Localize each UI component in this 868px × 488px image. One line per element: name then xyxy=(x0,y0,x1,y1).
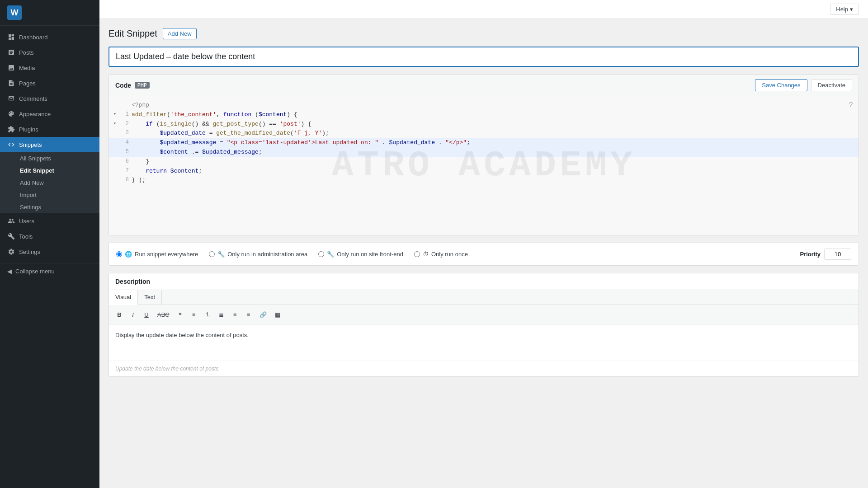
description-header: Description xyxy=(109,273,859,290)
run-frontend-radio[interactable] xyxy=(318,251,324,257)
code-actions: Save Changes Deactivate xyxy=(755,79,852,91)
run-everywhere-radio[interactable] xyxy=(116,251,122,257)
description-hint-text: Update the date below the content of pos… xyxy=(115,366,852,372)
sidebar-item-label: Posts xyxy=(19,49,34,56)
code-content-6: } xyxy=(132,157,854,167)
sidebar-item-appearance[interactable]: Appearance xyxy=(0,106,99,122)
description-content: Display the update date below the conten… xyxy=(109,324,859,361)
table-button[interactable]: ▦ xyxy=(272,310,283,320)
description-section: Description Visual Text B I U ABC ❝ ≡ ⒈ … xyxy=(108,273,859,377)
save-changes-button[interactable]: Save Changes xyxy=(755,79,807,91)
italic-button[interactable]: I xyxy=(127,310,139,320)
code-text: Code xyxy=(115,82,131,89)
tab-visual[interactable]: Visual xyxy=(109,290,138,305)
sidebar-item-label: Dashboard xyxy=(19,34,48,41)
sidebar-item-dashboard[interactable]: Dashboard xyxy=(0,29,99,45)
priority-label: Priority xyxy=(800,251,821,258)
priority-input[interactable] xyxy=(824,249,851,260)
sidebar-item-tools[interactable]: Tools xyxy=(0,229,99,244)
sidebar-item-label: Appearance xyxy=(19,111,51,117)
sidebar-item-label: Tools xyxy=(19,233,33,240)
sidebar-item-label: Snippets xyxy=(19,141,42,148)
sidebar-item-plugins[interactable]: Plugins xyxy=(0,122,99,137)
help-button[interactable]: Help ▾ xyxy=(830,4,859,15)
ordered-list-button[interactable]: ⒈ xyxy=(202,309,214,320)
run-options: 🌐 Run snippet everywhere 🔧 Only run in a… xyxy=(108,243,859,266)
run-once-label: Only run once xyxy=(431,251,468,258)
sidebar-item-settings[interactable]: Settings xyxy=(0,244,99,259)
sidebar-sub-settings[interactable]: Settings xyxy=(0,201,99,213)
snippet-title-input[interactable] xyxy=(108,47,859,67)
blockquote-button[interactable]: ❝ xyxy=(175,310,186,320)
sidebar-item-posts[interactable]: Posts xyxy=(0,45,99,60)
posts-icon xyxy=(7,48,15,56)
code-line-4: 4 $updated_message = "<p class='last-upd… xyxy=(109,138,859,148)
sidebar-sub-edit-snippet[interactable]: Edit Snippet xyxy=(0,164,99,177)
tab-text[interactable]: Text xyxy=(138,290,162,305)
code-header: Code PHP Save Changes Deactivate xyxy=(109,75,859,96)
add-new-button[interactable]: Add New xyxy=(163,28,197,39)
run-admin-label: Only run in administration area xyxy=(227,251,307,258)
code-content-5: $content .= $updated_message; xyxy=(132,148,854,157)
code-line-8: 8 } ); xyxy=(109,176,859,185)
sidebar-nav: Dashboard Posts Media Pages xyxy=(0,26,99,263)
collapse-menu-btn[interactable]: ◀ Collapse menu xyxy=(0,263,99,279)
collapse-icon: ◀ xyxy=(7,268,12,275)
align-left-button[interactable]: ≣ xyxy=(216,310,227,320)
deactivate-button[interactable]: Deactivate xyxy=(811,79,852,91)
sidebar-sub-all-snippets[interactable]: All Snippets xyxy=(0,152,99,164)
media-icon xyxy=(7,64,15,72)
code-line-3: 3 $updated_date = get_the_modified_date(… xyxy=(109,129,859,138)
sidebar-item-label: Pages xyxy=(19,80,36,87)
strikethrough-button[interactable]: ABC xyxy=(154,310,173,320)
underline-button[interactable]: U xyxy=(141,310,152,320)
settings-icon xyxy=(7,248,15,256)
sidebar-sub-add-new[interactable]: Add New xyxy=(0,177,99,189)
align-right-button[interactable]: ≡ xyxy=(243,310,255,320)
code-line-1: ▾1 add_filter('the_content', function ($… xyxy=(109,110,859,120)
code-content-4: $updated_message = "<p class='last-updat… xyxy=(132,138,854,148)
run-once-radio[interactable] xyxy=(414,251,420,257)
sidebar-item-snippets[interactable]: Snippets xyxy=(0,137,99,152)
code-editor[interactable]: ATRO ACADEMY ? <?php ▾1 add_filter('the_… xyxy=(109,96,859,235)
plugins-icon xyxy=(7,125,15,133)
unordered-list-button[interactable]: ≡ xyxy=(188,310,200,320)
topbar: Help ▾ xyxy=(99,0,868,19)
code-content-3: $updated_date = get_the_modified_date('F… xyxy=(132,129,854,138)
sidebar-item-media[interactable]: Media xyxy=(0,60,99,75)
help-label: Help xyxy=(836,6,848,13)
run-admin-option[interactable]: 🔧 Only run in administration area xyxy=(209,251,307,258)
dashboard-icon xyxy=(7,33,15,41)
bold-button[interactable]: B xyxy=(113,310,125,320)
align-center-button[interactable]: ≡ xyxy=(229,310,241,320)
code-section: Code PHP Save Changes Deactivate ATRO AC… xyxy=(108,74,859,235)
code-line-php: <?php xyxy=(109,101,859,110)
sidebar-sub-import[interactable]: Import xyxy=(0,189,99,201)
sidebar-item-label: Media xyxy=(19,65,35,71)
sidebar-item-label: Comments xyxy=(19,95,47,102)
run-frontend-label: Only run on site front-end xyxy=(337,251,403,258)
snippets-icon xyxy=(7,141,15,149)
sidebar: W Dashboard Posts Media xyxy=(0,0,99,488)
sidebar-item-pages[interactable]: Pages xyxy=(0,75,99,91)
run-everywhere-option[interactable]: 🌐 Run snippet everywhere xyxy=(116,251,198,258)
sidebar-item-comments[interactable]: Comments xyxy=(0,91,99,106)
admin-icon: 🔧 xyxy=(217,251,225,258)
sidebar-snippets-submenu: All Snippets Edit Snippet Add New Import… xyxy=(0,152,99,213)
run-once-option[interactable]: ⏱ Only run once xyxy=(414,251,468,258)
main-content: Help ▾ Edit Snippet Add New Code PHP xyxy=(99,0,868,488)
clock-icon: ⏱ xyxy=(423,251,429,258)
description-toolbar: B I U ABC ❝ ≡ ⒈ ≣ ≡ ≡ 🔗 ▦ xyxy=(109,305,859,324)
appearance-icon xyxy=(7,110,15,118)
link-button[interactable]: 🔗 xyxy=(256,310,270,320)
code-line-2: ▾2 if (is_single() && get_post_type() ==… xyxy=(109,120,859,129)
comments-icon xyxy=(7,94,15,103)
sidebar-item-users[interactable]: Users xyxy=(0,213,99,229)
globe-icon: 🌐 xyxy=(125,251,132,258)
collapse-label: Collapse menu xyxy=(15,268,55,275)
run-admin-radio[interactable] xyxy=(209,251,215,257)
description-text: Display the update date below the conten… xyxy=(115,331,852,340)
help-icon[interactable]: ? xyxy=(849,100,853,112)
run-frontend-option[interactable]: 🔧 Only run on site front-end xyxy=(318,251,403,258)
code-content-7: return $content; xyxy=(132,167,854,176)
